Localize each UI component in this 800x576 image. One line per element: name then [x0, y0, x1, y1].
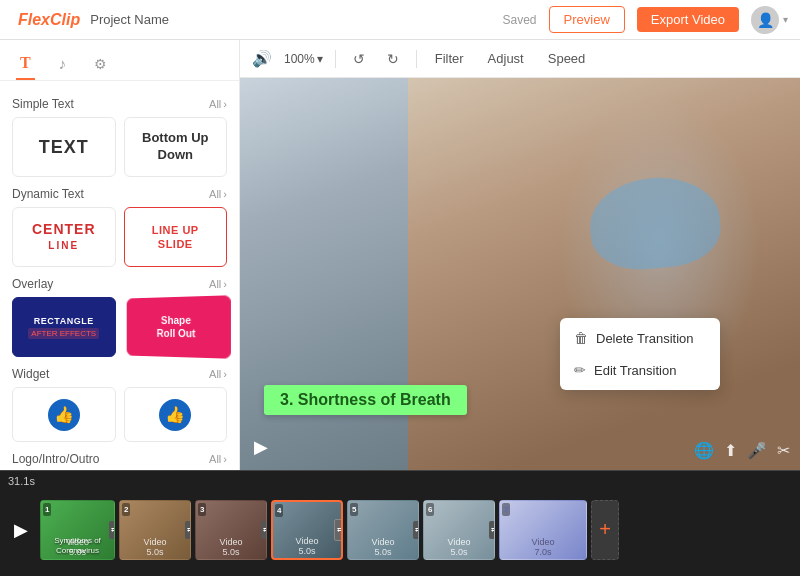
clip-5[interactable]: 5 Video 5.0s ⇄ — [347, 500, 419, 560]
play-button[interactable]: ▶ — [254, 436, 268, 458]
filter-button[interactable]: Filter — [429, 48, 470, 69]
lineupslide-text-label: LINE UPSLIDE — [152, 223, 199, 252]
transition-6[interactable]: ⇄ — [489, 521, 495, 539]
widget-grid: 👍 👍 — [12, 387, 227, 442]
timeline-top: 31.1s — [0, 471, 800, 489]
clip-1-meta: Video 5.0s — [41, 537, 114, 557]
tab-settings[interactable]: ⚙ — [90, 49, 111, 80]
preview-button[interactable]: Preview — [549, 6, 625, 33]
canvas-viewport: 3. Shortness of Breath ▶ 🌐 ⬆ 🎤 ✂ 🗑 Delet… — [240, 78, 800, 470]
delete-transition-label: Delete Transition — [596, 331, 694, 346]
transition-3-icon: ⇄ — [263, 526, 267, 534]
clip-3-duration: 5.0s — [196, 547, 266, 557]
tab-music[interactable]: ♪ — [55, 49, 71, 80]
overlay-section-header: Overlay All › — [12, 277, 227, 291]
text-card-bottomup[interactable]: Bottom UpDown — [124, 117, 228, 177]
transition-5[interactable]: ⇄ — [413, 521, 419, 539]
delete-transition-item[interactable]: 🗑 Delete Transition — [560, 322, 720, 354]
scissors-icon[interactable]: ✂ — [777, 441, 790, 460]
speed-button[interactable]: Speed — [542, 48, 592, 69]
simple-text-section-header: Simple Text All › — [12, 97, 227, 111]
dynamic-text-grid: CENTERLINE LINE UPSLIDE — [12, 207, 227, 267]
overlay-grid: RECTANGLE AFTER EFFECTS ShapeRoll Out — [12, 297, 227, 357]
clip-3-type: Video — [196, 537, 266, 547]
avatar-chevron-icon: ▾ — [783, 14, 788, 25]
clip-7-duration: 7.0s — [500, 547, 586, 557]
clip-2-number: 2 — [122, 503, 130, 516]
overlay-card-rect[interactable]: RECTANGLE AFTER EFFECTS — [12, 297, 116, 357]
clip-4-duration: 5.0s — [273, 546, 341, 556]
clip-2[interactable]: 2 Video 5.0s ⇄ — [119, 500, 191, 560]
export-button[interactable]: Export Video — [637, 7, 739, 32]
overlay-card-shape[interactable]: ShapeRoll Out — [126, 295, 230, 358]
transition-1-icon: ⇄ — [111, 526, 115, 534]
clip-7-type: Video — [500, 537, 586, 547]
clip-7[interactable]: 7 Video 7.0s — [499, 500, 587, 560]
adjust-button[interactable]: Adjust — [482, 48, 530, 69]
text-card-lineupslide[interactable]: LINE UPSLIDE — [124, 207, 228, 267]
content-area: T ♪ ⚙ Simple Text All › TEXT — [0, 40, 800, 470]
user-menu[interactable]: 👤 ▾ — [751, 6, 788, 34]
clip-4-number: 4 — [275, 504, 283, 517]
transition-2[interactable]: ⇄ — [185, 521, 191, 539]
timeline: 31.1s ▶ 1 Symptoms ofCoronavirus Video 5… — [0, 470, 800, 576]
redo-button[interactable]: ↻ — [382, 48, 404, 70]
edit-transition-item[interactable]: ✏ Edit Transition — [560, 354, 720, 386]
overlay-all[interactable]: All › — [209, 278, 227, 290]
shape-rollout-label: ShapeRoll Out — [156, 314, 195, 341]
timeline-play-icon[interactable]: ▶ — [14, 519, 28, 541]
widget-all[interactable]: All › — [209, 368, 227, 380]
text-card-center[interactable]: CENTERLINE — [12, 207, 116, 267]
logo-all[interactable]: All › — [209, 453, 227, 465]
clip-3[interactable]: 3 Video 5.0s ⇄ — [195, 500, 267, 560]
plain-text-label: TEXT — [39, 137, 89, 158]
undo-button[interactable]: ↺ — [348, 48, 370, 70]
mic-icon[interactable]: 🎤 — [747, 441, 767, 460]
project-name[interactable]: Project Name — [90, 12, 169, 27]
clip-7-meta: Video 7.0s — [500, 537, 586, 557]
widget-thumbs-1[interactable]: 👍 — [12, 387, 116, 442]
chevron-right-icon-4: › — [223, 368, 227, 380]
video-background: 3. Shortness of Breath — [240, 78, 800, 470]
transition-1[interactable]: ⇄ — [109, 521, 115, 539]
add-clip-icon: + — [599, 518, 611, 541]
clip-1[interactable]: 1 Symptoms ofCoronavirus Video 5.0s ⇄ — [40, 500, 115, 560]
clip-3-meta: Video 5.0s — [196, 537, 266, 557]
clip-5-duration: 5.0s — [348, 547, 418, 557]
simple-text-all[interactable]: All › — [209, 98, 227, 110]
chevron-right-icon: › — [223, 98, 227, 110]
share-icon[interactable]: ⬆ — [724, 441, 737, 460]
bottomup-text-label: Bottom UpDown — [142, 130, 208, 164]
clip-5-meta: Video 5.0s — [348, 537, 418, 557]
edit-icon: ✏ — [574, 362, 586, 378]
zoom-chevron-icon: ▾ — [317, 52, 323, 66]
widget-thumbs-2[interactable]: 👍 — [124, 387, 228, 442]
logo-text: FlexClip — [18, 11, 80, 29]
clip-6-type: Video — [424, 537, 494, 547]
text-card-plain[interactable]: TEXT — [12, 117, 116, 177]
logo-section-header: Logo/Intro/Outro All › — [12, 452, 227, 466]
transition-6-icon: ⇄ — [491, 526, 495, 534]
thumbsup-icon-2: 👍 — [159, 399, 191, 431]
clip-6[interactable]: 6 Video 5.0s ⇄ — [423, 500, 495, 560]
transition-5-icon: ⇄ — [415, 526, 419, 534]
clip-4[interactable]: 4 Video 5.0s ⇄ — [271, 500, 343, 560]
dynamic-text-title: Dynamic Text — [12, 187, 84, 201]
dynamic-text-section-header: Dynamic Text All › — [12, 187, 227, 201]
trash-icon: 🗑 — [574, 330, 588, 346]
zoom-control[interactable]: 100% ▾ — [284, 52, 323, 66]
widget-title: Widget — [12, 367, 49, 381]
simple-text-title: Simple Text — [12, 97, 74, 111]
transition-3[interactable]: ⇄ — [261, 521, 267, 539]
transition-4-icon: ⇄ — [337, 526, 343, 534]
transition-4[interactable]: ⇄ — [334, 519, 343, 541]
logo: FlexClip Project Name — [12, 11, 169, 29]
timeline-controls: ▶ — [6, 519, 36, 541]
add-clip-button[interactable]: + — [591, 500, 619, 560]
tab-text[interactable]: T — [16, 48, 35, 80]
clip-6-duration: 5.0s — [424, 547, 494, 557]
globe-icon[interactable]: 🌐 — [694, 441, 714, 460]
volume-icon[interactable]: 🔊 — [252, 49, 272, 68]
clip-5-number: 5 — [350, 503, 358, 516]
dynamic-text-all[interactable]: All › — [209, 188, 227, 200]
